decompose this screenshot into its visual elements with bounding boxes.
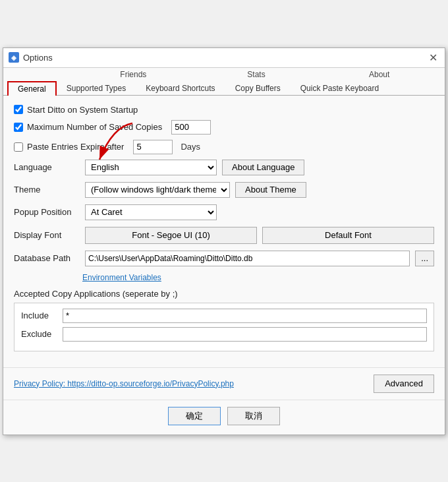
tab-group-friends: Friends (72, 70, 195, 80)
include-input[interactable] (63, 309, 427, 323)
max-copies-label: Maximum Number of Saved Copies (27, 122, 162, 132)
startup-checkbox[interactable] (14, 105, 23, 114)
max-copies-row: Maximum Number of Saved Copies (14, 120, 434, 135)
tab-supported-types[interactable]: Supported Types (57, 80, 136, 96)
popup-position-row: Popup Position At Caret (14, 204, 434, 220)
theme-label: Theme (14, 185, 80, 195)
popup-position-control: At Caret (85, 204, 434, 220)
ok-button[interactable]: 确定 (168, 407, 221, 425)
language-label: Language (14, 162, 80, 172)
startup-row: Start Ditto on System Startup (14, 105, 434, 115)
database-path-row: Database Path ... (14, 251, 434, 266)
about-language-button[interactable]: About Language (222, 160, 304, 175)
language-select[interactable]: English (85, 160, 217, 175)
font-select-button[interactable]: Font - Segoe UI (10) (85, 227, 257, 244)
content-area: Start Ditto on System Startup Maximum Nu… (3, 96, 445, 367)
db-path-control: ... (85, 251, 434, 266)
max-copies-input[interactable] (171, 120, 211, 135)
titlebar: ◈ Options ✕ (3, 48, 445, 68)
cancel-button[interactable]: 取消 (227, 407, 280, 425)
db-path-label: Database Path (14, 253, 80, 263)
db-path-browse-button[interactable]: ... (415, 251, 434, 266)
theme-control: (Follow windows light/dark themes) About… (85, 182, 434, 198)
expire-checkbox[interactable] (14, 142, 23, 152)
expire-label: Paste Entries Expire after (27, 142, 124, 152)
include-label: Include (21, 311, 57, 320)
environment-variables-link[interactable]: Environment Variables (82, 273, 434, 282)
theme-select[interactable]: (Follow windows light/dark themes) (85, 182, 230, 198)
theme-row: Theme (Follow windows light/dark themes)… (14, 182, 434, 198)
options-window: ◈ Options ✕ Friends Stats About General … (3, 47, 445, 435)
include-row: Include (21, 309, 427, 323)
footer: Privacy Policy: https://ditto-op.sourcef… (3, 367, 445, 400)
days-label: Days (181, 142, 200, 152)
about-theme-button[interactable]: About Theme (235, 182, 306, 198)
language-control: English About Language (85, 160, 434, 175)
copy-apps-section-label: Accepted Copy Applications (seperate by … (14, 289, 434, 299)
copy-apps-box: Include Exclude (14, 303, 434, 351)
language-row: Language English About Language (14, 160, 434, 175)
tab-general[interactable]: General (7, 81, 57, 96)
popup-position-label: Popup Position (14, 207, 80, 217)
copy-apps-section: Accepted Copy Applications (seperate by … (14, 289, 434, 351)
db-path-input[interactable] (85, 251, 410, 266)
app-icon: ◈ (9, 52, 19, 63)
tab-keyboard-shortcuts[interactable]: Keyboard Shortcuts (136, 80, 225, 96)
default-font-button[interactable]: Default Font (262, 227, 434, 244)
max-copies-checkbox[interactable] (14, 123, 23, 132)
startup-label: Start Ditto on System Startup (27, 105, 138, 115)
tab-group-stats: Stats (195, 70, 318, 80)
popup-position-select[interactable]: At Caret (85, 204, 217, 220)
display-font-row: Display Font Font - Segoe UI (10) Defaul… (14, 227, 434, 244)
window-title: Options (23, 53, 53, 63)
close-button[interactable]: ✕ (426, 51, 439, 64)
titlebar-left: ◈ Options (9, 52, 53, 63)
exclude-input[interactable] (63, 327, 427, 342)
exclude-label: Exclude (21, 329, 57, 339)
exclude-row: Exclude (21, 327, 427, 342)
advanced-button[interactable]: Advanced (374, 375, 434, 393)
tab-copy-buffers[interactable]: Copy Buffers (225, 80, 291, 96)
tabs-container: Friends Stats About General Supported Ty… (3, 68, 445, 96)
expire-row: Paste Entries Expire after Days (14, 140, 434, 154)
display-font-label: Display Font (14, 230, 80, 240)
privacy-policy-link[interactable]: Privacy Policy: https://ditto-op.sourcef… (14, 379, 234, 388)
dialog-footer: 确定 取消 (3, 400, 445, 435)
display-font-control: Font - Segoe UI (10) Default Font (85, 227, 434, 244)
expire-input[interactable] (133, 140, 173, 154)
tab-quick-paste[interactable]: Quick Paste Keyboard (291, 80, 389, 96)
tab-group-about: About (318, 70, 441, 80)
